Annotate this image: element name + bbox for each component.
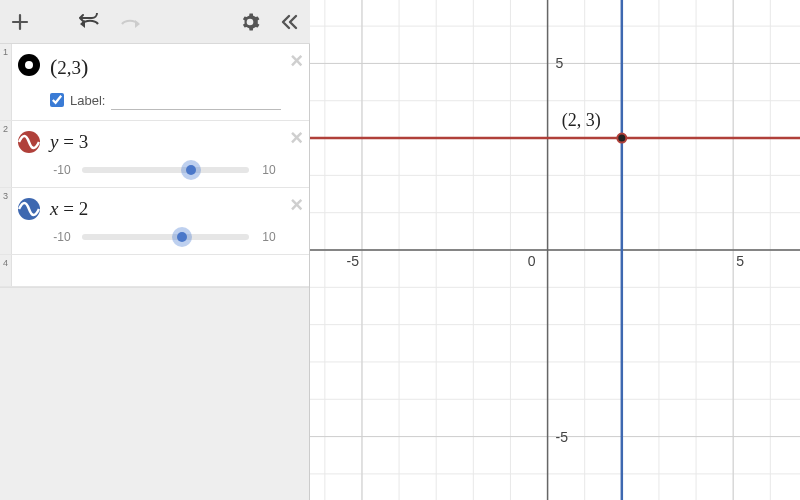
settings-button[interactable] [230, 0, 270, 44]
svg-text:0: 0 [528, 253, 536, 269]
wave-icon[interactable] [18, 131, 40, 153]
plus-icon [11, 13, 29, 31]
add-button[interactable] [0, 0, 40, 44]
delete-row-button[interactable]: × [290, 127, 303, 149]
slider[interactable]: -10 10 [50, 163, 281, 177]
label-checkbox[interactable] [50, 93, 64, 107]
slider[interactable]: -10 10 [50, 230, 281, 244]
row-index: 3 [0, 188, 12, 254]
delete-row-button[interactable]: × [290, 194, 303, 216]
collapse-button[interactable] [270, 0, 310, 44]
expression-text[interactable]: y = 3 [50, 131, 281, 153]
slider-max[interactable]: 10 [257, 230, 281, 244]
expression-row-3[interactable]: 3 × x = 2 -10 10 [0, 188, 309, 255]
expression-row-1[interactable]: 1 × (2,3) Label: [0, 44, 309, 121]
svg-marker-1 [135, 20, 140, 28]
row-index: 4 [0, 255, 12, 286]
expression-panel: 1 × (2,3) Label: 2 [0, 0, 310, 500]
slider-thumb[interactable] [177, 232, 187, 242]
label-caption: Label: [70, 93, 105, 108]
graph-area[interactable]: -555-50 (2, 3) [310, 0, 800, 500]
slider-thumb[interactable] [186, 165, 196, 175]
expression-text[interactable]: (2,3) [50, 54, 281, 80]
point-icon[interactable] [18, 54, 40, 76]
expression-row-4[interactable]: 4 [0, 255, 309, 287]
slider-min[interactable]: -10 [50, 230, 74, 244]
svg-point-43 [617, 134, 626, 143]
gear-icon [240, 12, 260, 32]
row-index: 1 [0, 44, 12, 120]
point-label: (2, 3) [562, 110, 601, 131]
svg-text:-5: -5 [347, 253, 360, 269]
redo-icon [119, 13, 141, 31]
chevron-double-left-icon [280, 12, 300, 32]
row-index: 2 [0, 121, 12, 187]
slider-max[interactable]: 10 [257, 163, 281, 177]
svg-text:5: 5 [556, 55, 564, 71]
graph-grid: -555-50 [310, 0, 800, 500]
toolbar [0, 0, 310, 44]
slider-min[interactable]: -10 [50, 163, 74, 177]
expression-text[interactable]: x = 2 [50, 198, 281, 220]
panel-empty-area [0, 287, 309, 500]
slider-track[interactable] [82, 234, 249, 240]
wave-icon[interactable] [18, 198, 40, 220]
label-input[interactable] [111, 90, 281, 110]
svg-text:-5: -5 [556, 429, 569, 445]
undo-icon [79, 13, 101, 31]
slider-track[interactable] [82, 167, 249, 173]
undo-button[interactable] [70, 0, 110, 44]
redo-button[interactable] [110, 0, 150, 44]
svg-text:5: 5 [736, 253, 744, 269]
delete-row-button[interactable]: × [290, 50, 303, 72]
expression-row-2[interactable]: 2 × y = 3 -10 10 [0, 121, 309, 188]
